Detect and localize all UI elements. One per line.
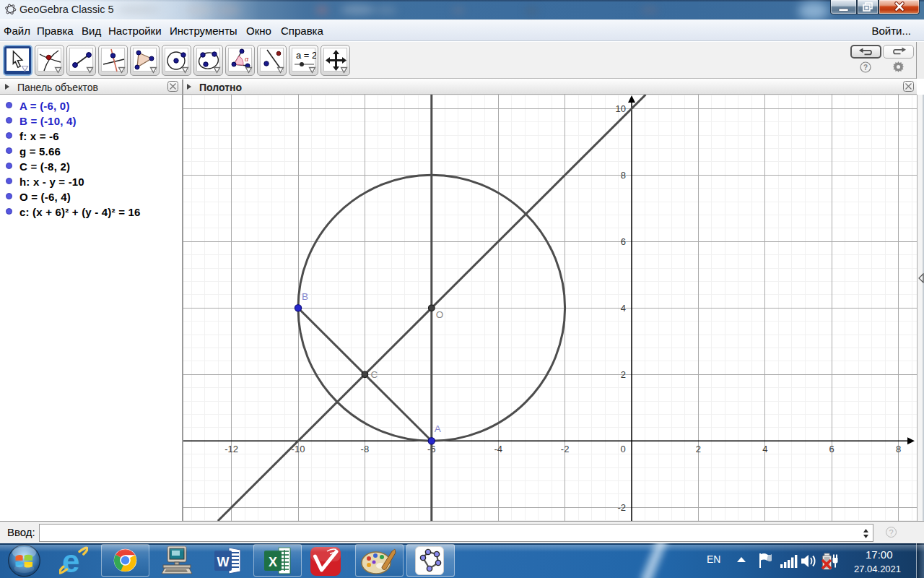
svg-text:8: 8 xyxy=(896,444,901,454)
svg-text:-12: -12 xyxy=(225,444,238,454)
svg-text:-8: -8 xyxy=(361,444,370,454)
svg-text:6: 6 xyxy=(621,236,626,247)
svg-text:C: C xyxy=(370,369,378,380)
svg-text:-2: -2 xyxy=(617,502,626,513)
svg-text:α: α xyxy=(245,56,249,63)
svg-text:-2: -2 xyxy=(561,444,570,454)
svg-text:6: 6 xyxy=(829,444,834,454)
svg-text:-4: -4 xyxy=(494,444,502,454)
svg-text:B: B xyxy=(302,291,308,302)
svg-text:4: 4 xyxy=(621,303,626,314)
svg-text:O: O xyxy=(436,309,444,320)
svg-text:2: 2 xyxy=(621,369,626,380)
svg-text:4: 4 xyxy=(762,444,767,454)
svg-text:?: ? xyxy=(863,64,868,72)
svg-text:a = 2: a = 2 xyxy=(296,50,316,61)
svg-text:A: A xyxy=(435,423,441,434)
svg-text:2: 2 xyxy=(696,444,701,454)
svg-text:0: 0 xyxy=(620,444,625,454)
svg-text:10: 10 xyxy=(616,103,626,114)
svg-text:X: X xyxy=(269,555,277,569)
svg-text:8: 8 xyxy=(621,170,626,181)
svg-text:W: W xyxy=(217,555,230,569)
